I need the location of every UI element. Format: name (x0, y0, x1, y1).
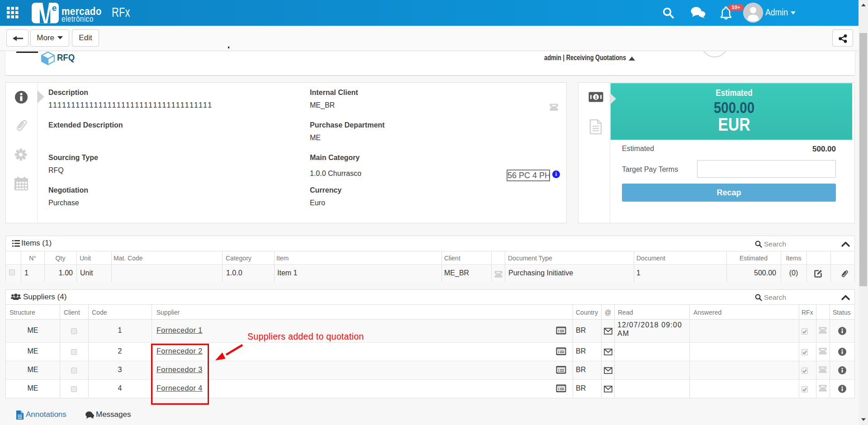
svg-text:1: 1 (594, 94, 598, 100)
svg-text:e: e (52, 3, 57, 13)
